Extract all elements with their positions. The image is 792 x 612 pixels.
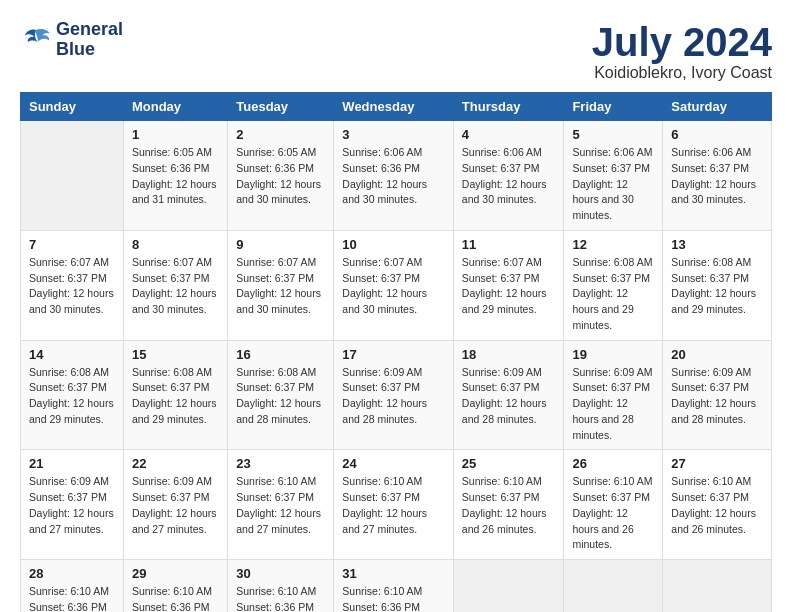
day-number: 24	[342, 456, 445, 471]
sunset-text: Sunset: 6:37 PM	[671, 490, 763, 506]
day-info: Sunrise: 6:09 AM Sunset: 6:37 PM Dayligh…	[342, 365, 445, 428]
sunrise-text: Sunrise: 6:05 AM	[132, 145, 219, 161]
day-number: 13	[671, 237, 763, 252]
sunrise-text: Sunrise: 6:07 AM	[462, 255, 556, 271]
day-info: Sunrise: 6:08 AM Sunset: 6:37 PM Dayligh…	[572, 255, 654, 334]
sunrise-text: Sunrise: 6:08 AM	[236, 365, 325, 381]
day-info: Sunrise: 6:10 AM Sunset: 6:37 PM Dayligh…	[236, 474, 325, 537]
daylight-text: Daylight: 12 hours and 27 minutes.	[342, 506, 445, 538]
sunrise-text: Sunrise: 6:07 AM	[236, 255, 325, 271]
sunset-text: Sunset: 6:37 PM	[132, 380, 219, 396]
day-info: Sunrise: 6:08 AM Sunset: 6:37 PM Dayligh…	[29, 365, 115, 428]
daylight-text: Daylight: 12 hours and 26 minutes.	[572, 506, 654, 553]
sunset-text: Sunset: 6:37 PM	[342, 380, 445, 396]
daylight-text: Daylight: 12 hours and 31 minutes.	[132, 177, 219, 209]
day-info: Sunrise: 6:09 AM Sunset: 6:37 PM Dayligh…	[29, 474, 115, 537]
day-info: Sunrise: 6:08 AM Sunset: 6:37 PM Dayligh…	[236, 365, 325, 428]
calendar-cell: 4 Sunrise: 6:06 AM Sunset: 6:37 PM Dayli…	[453, 121, 564, 231]
day-number: 9	[236, 237, 325, 252]
sunrise-text: Sunrise: 6:08 AM	[29, 365, 115, 381]
sunset-text: Sunset: 6:36 PM	[342, 600, 445, 612]
sunset-text: Sunset: 6:37 PM	[572, 490, 654, 506]
day-number: 10	[342, 237, 445, 252]
sunset-text: Sunset: 6:37 PM	[132, 490, 219, 506]
daylight-text: Daylight: 12 hours and 28 minutes.	[236, 396, 325, 428]
sunrise-text: Sunrise: 6:09 AM	[462, 365, 556, 381]
day-info: Sunrise: 6:07 AM Sunset: 6:37 PM Dayligh…	[236, 255, 325, 318]
day-number: 29	[132, 566, 219, 581]
calendar-cell	[21, 121, 124, 231]
calendar-cell: 14 Sunrise: 6:08 AM Sunset: 6:37 PM Dayl…	[21, 340, 124, 450]
sunrise-text: Sunrise: 6:07 AM	[132, 255, 219, 271]
day-info: Sunrise: 6:10 AM Sunset: 6:36 PM Dayligh…	[342, 584, 445, 612]
day-number: 19	[572, 347, 654, 362]
calendar-cell	[453, 560, 564, 613]
header-day: Tuesday	[228, 93, 334, 121]
daylight-text: Daylight: 12 hours and 29 minutes.	[29, 396, 115, 428]
sunrise-text: Sunrise: 6:10 AM	[342, 474, 445, 490]
day-info: Sunrise: 6:10 AM Sunset: 6:37 PM Dayligh…	[572, 474, 654, 553]
sunset-text: Sunset: 6:37 PM	[671, 271, 763, 287]
calendar-cell	[564, 560, 663, 613]
sunrise-text: Sunrise: 6:09 AM	[342, 365, 445, 381]
calendar-cell: 22 Sunrise: 6:09 AM Sunset: 6:37 PM Dayl…	[123, 450, 227, 560]
calendar-cell: 2 Sunrise: 6:05 AM Sunset: 6:36 PM Dayli…	[228, 121, 334, 231]
daylight-text: Daylight: 12 hours and 27 minutes.	[236, 506, 325, 538]
calendar-cell: 1 Sunrise: 6:05 AM Sunset: 6:36 PM Dayli…	[123, 121, 227, 231]
day-number: 26	[572, 456, 654, 471]
daylight-text: Daylight: 12 hours and 28 minutes.	[462, 396, 556, 428]
sunset-text: Sunset: 6:36 PM	[342, 161, 445, 177]
sunset-text: Sunset: 6:37 PM	[462, 380, 556, 396]
logo-line2: Blue	[56, 40, 123, 60]
calendar-cell: 29 Sunrise: 6:10 AM Sunset: 6:36 PM Dayl…	[123, 560, 227, 613]
sunrise-text: Sunrise: 6:10 AM	[671, 474, 763, 490]
sunrise-text: Sunrise: 6:10 AM	[342, 584, 445, 600]
day-number: 16	[236, 347, 325, 362]
sunset-text: Sunset: 6:37 PM	[342, 271, 445, 287]
day-info: Sunrise: 6:08 AM Sunset: 6:37 PM Dayligh…	[671, 255, 763, 318]
sunset-text: Sunset: 6:37 PM	[236, 490, 325, 506]
calendar-cell: 7 Sunrise: 6:07 AM Sunset: 6:37 PM Dayli…	[21, 230, 124, 340]
day-info: Sunrise: 6:07 AM Sunset: 6:37 PM Dayligh…	[29, 255, 115, 318]
calendar-cell: 3 Sunrise: 6:06 AM Sunset: 6:36 PM Dayli…	[334, 121, 454, 231]
sunset-text: Sunset: 6:37 PM	[572, 161, 654, 177]
calendar-cell: 15 Sunrise: 6:08 AM Sunset: 6:37 PM Dayl…	[123, 340, 227, 450]
day-info: Sunrise: 6:07 AM Sunset: 6:37 PM Dayligh…	[342, 255, 445, 318]
header-day: Wednesday	[334, 93, 454, 121]
sunrise-text: Sunrise: 6:06 AM	[671, 145, 763, 161]
calendar-cell: 27 Sunrise: 6:10 AM Sunset: 6:37 PM Dayl…	[663, 450, 772, 560]
daylight-text: Daylight: 12 hours and 30 minutes.	[572, 177, 654, 224]
sunset-text: Sunset: 6:37 PM	[236, 271, 325, 287]
sunrise-text: Sunrise: 6:09 AM	[572, 365, 654, 381]
calendar-cell: 19 Sunrise: 6:09 AM Sunset: 6:37 PM Dayl…	[564, 340, 663, 450]
day-info: Sunrise: 6:10 AM Sunset: 6:36 PM Dayligh…	[29, 584, 115, 612]
logo-icon	[20, 26, 52, 54]
header-day: Sunday	[21, 93, 124, 121]
day-number: 5	[572, 127, 654, 142]
day-info: Sunrise: 6:06 AM Sunset: 6:37 PM Dayligh…	[671, 145, 763, 208]
header-day: Saturday	[663, 93, 772, 121]
day-number: 21	[29, 456, 115, 471]
sunrise-text: Sunrise: 6:09 AM	[132, 474, 219, 490]
day-info: Sunrise: 6:10 AM Sunset: 6:37 PM Dayligh…	[671, 474, 763, 537]
sunrise-text: Sunrise: 6:10 AM	[462, 474, 556, 490]
calendar-cell: 8 Sunrise: 6:07 AM Sunset: 6:37 PM Dayli…	[123, 230, 227, 340]
sunset-text: Sunset: 6:37 PM	[572, 380, 654, 396]
sunset-text: Sunset: 6:37 PM	[29, 271, 115, 287]
sunrise-text: Sunrise: 6:06 AM	[342, 145, 445, 161]
daylight-text: Daylight: 12 hours and 28 minutes.	[671, 396, 763, 428]
day-number: 25	[462, 456, 556, 471]
calendar-cell: 18 Sunrise: 6:09 AM Sunset: 6:37 PM Dayl…	[453, 340, 564, 450]
sunset-text: Sunset: 6:37 PM	[572, 271, 654, 287]
sunset-text: Sunset: 6:37 PM	[462, 271, 556, 287]
daylight-text: Daylight: 12 hours and 29 minutes.	[132, 396, 219, 428]
sunset-text: Sunset: 6:37 PM	[236, 380, 325, 396]
day-number: 8	[132, 237, 219, 252]
day-info: Sunrise: 6:10 AM Sunset: 6:36 PM Dayligh…	[236, 584, 325, 612]
daylight-text: Daylight: 12 hours and 26 minutes.	[462, 506, 556, 538]
sunrise-text: Sunrise: 6:09 AM	[29, 474, 115, 490]
calendar-cell: 21 Sunrise: 6:09 AM Sunset: 6:37 PM Dayl…	[21, 450, 124, 560]
sunrise-text: Sunrise: 6:10 AM	[132, 584, 219, 600]
day-info: Sunrise: 6:06 AM Sunset: 6:37 PM Dayligh…	[462, 145, 556, 208]
calendar-cell: 12 Sunrise: 6:08 AM Sunset: 6:37 PM Dayl…	[564, 230, 663, 340]
